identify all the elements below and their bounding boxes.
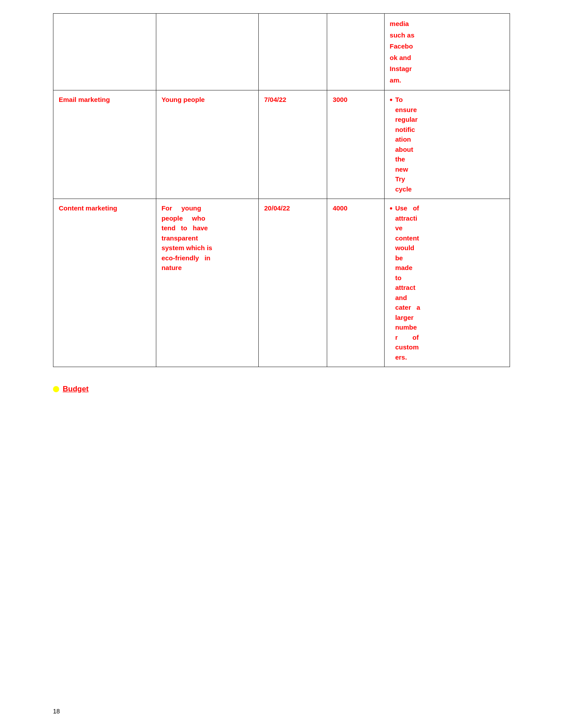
table-row-email: Email marketing Young people 7/04/22 300…	[53, 90, 510, 199]
email-strategy-label: Email marketing	[59, 96, 110, 103]
email-budget-cell: 3000	[327, 90, 384, 199]
content-strategy-cell: Content marketing	[53, 199, 156, 367]
email-strategy-cell: Email marketing	[53, 90, 156, 199]
content-date-value: 20/04/22	[264, 204, 290, 212]
page-number: 18	[53, 708, 60, 715]
content-budget-cell: 4000	[327, 199, 384, 367]
budget-section: Budget	[53, 385, 510, 394]
email-audience-label: Young people	[162, 96, 205, 103]
email-bullet-point: • To ensure regular notific ation about …	[390, 95, 504, 194]
top-notes-cell: media such as Facebo ok and Instagr am.	[384, 14, 510, 90]
table-row-content: Content marketing For young people who t…	[53, 199, 510, 367]
budget-bullet-icon	[53, 386, 59, 392]
budget-label: Budget	[63, 385, 89, 394]
table-row-top: media such as Facebo ok and Instagr am.	[53, 14, 510, 90]
top-budget-cell	[327, 14, 384, 90]
top-strategy-cell	[53, 14, 156, 90]
email-date-value: 7/04/22	[264, 96, 286, 103]
top-date-cell	[259, 14, 327, 90]
content-budget-value: 4000	[333, 204, 347, 212]
email-date-cell: 7/04/22	[259, 90, 327, 199]
email-bullet-dot: •	[390, 95, 393, 105]
content-notes-text: Use of attracti ve content would be made…	[395, 203, 420, 362]
content-strategy-label: Content marketing	[59, 204, 117, 212]
email-budget-value: 3000	[333, 96, 347, 103]
email-notes-cell: • To ensure regular notific ation about …	[384, 90, 510, 199]
content-notes-cell: • Use of attracti ve content would be ma…	[384, 199, 510, 367]
content-bullet-dot: •	[390, 203, 393, 214]
top-audience-cell	[156, 14, 259, 90]
content-audience-cell: For young people who tend to have transp…	[156, 199, 259, 367]
email-notes-text: To ensure regular notific ation about th…	[395, 95, 418, 194]
content-bullet-point: • Use of attracti ve content would be ma…	[390, 203, 504, 362]
media-text: media such as Facebo ok and Instagr am.	[390, 18, 504, 86]
content-date-cell: 20/04/22	[259, 199, 327, 367]
content-audience-text: For young people who tend to have transp…	[162, 204, 212, 271]
email-audience-cell: Young people	[156, 90, 259, 199]
